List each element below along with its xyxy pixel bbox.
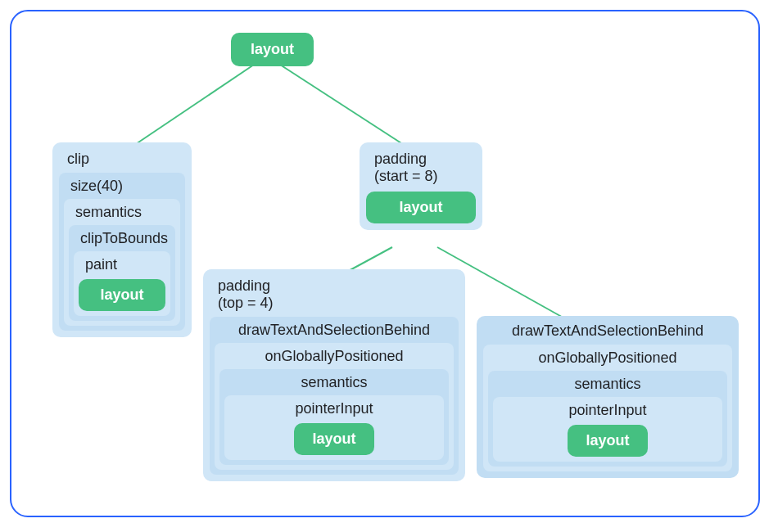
padding-top-label1: padding bbox=[210, 276, 459, 295]
layout-leaf-padstart: layout bbox=[366, 192, 476, 223]
paint-label: paint bbox=[79, 256, 165, 277]
root-label: layout bbox=[251, 41, 294, 57]
semantics-label-bl: semantics bbox=[224, 374, 444, 395]
pointerinput-label-br: pointerInput bbox=[498, 402, 717, 423]
cliptobounds-label: clipToBounds bbox=[74, 230, 170, 251]
semantics-node-br: semantics pointerInput layout bbox=[488, 371, 727, 467]
drawtext-node-left: drawTextAndSelectionBehind onGloballyPos… bbox=[210, 317, 459, 475]
drawtext-label-right: drawTextAndSelectionBehind bbox=[483, 321, 732, 345]
pointerinput-label-bl: pointerInput bbox=[229, 400, 439, 422]
svg-line-1 bbox=[280, 65, 413, 151]
size-label: size(40) bbox=[64, 178, 180, 199]
drawtext-label-left: drawTextAndSelectionBehind bbox=[215, 322, 454, 343]
padding-start-label1: padding bbox=[366, 149, 476, 168]
size-node: size(40) semantics clipToBounds paint la… bbox=[59, 173, 185, 331]
drawtext-node-right-outer: drawTextAndSelectionBehind onGloballyPos… bbox=[477, 316, 739, 478]
pointerinput-node-br: pointerInput layout bbox=[493, 397, 722, 462]
padding-start-node: padding (start = 8) layout bbox=[360, 142, 482, 230]
clip-node: clip size(40) semantics clipToBounds pai… bbox=[52, 142, 192, 337]
diagram-canvas: layout clip size(40) semantics clipToBou… bbox=[10, 10, 760, 517]
svg-line-0 bbox=[126, 65, 254, 151]
paint-node: paint layout bbox=[74, 251, 170, 316]
padding-top-node: padding (top = 4) drawTextAndSelectionBe… bbox=[203, 269, 465, 481]
ongp-label-right: onGloballyPositioned bbox=[488, 349, 727, 371]
pointerinput-node-bl: pointerInput layout bbox=[224, 395, 444, 460]
padding-start-label2: (start = 8) bbox=[366, 168, 476, 190]
ongp-node-left: onGloballyPositioned semantics pointerIn… bbox=[215, 343, 454, 470]
layout-leaf-left: layout bbox=[79, 279, 165, 311]
cliptobounds-node: clipToBounds paint layout bbox=[69, 225, 175, 321]
semantics-label-left: semantics bbox=[69, 204, 175, 225]
ongp-node-right: onGloballyPositioned semantics pointerIn… bbox=[483, 345, 732, 471]
root-layout-node: layout bbox=[231, 33, 314, 66]
layout-leaf-bl: layout bbox=[294, 423, 373, 455]
semantics-node-left: semantics clipToBounds paint layout bbox=[64, 199, 180, 326]
clip-label: clip bbox=[59, 149, 185, 173]
ongp-label-left: onGloballyPositioned bbox=[219, 348, 449, 369]
padding-top-label2: (top = 4) bbox=[210, 295, 459, 317]
semantics-node-bl: semantics pointerInput layout bbox=[219, 369, 449, 465]
layout-leaf-br: layout bbox=[568, 425, 647, 457]
semantics-label-br: semantics bbox=[493, 376, 722, 397]
